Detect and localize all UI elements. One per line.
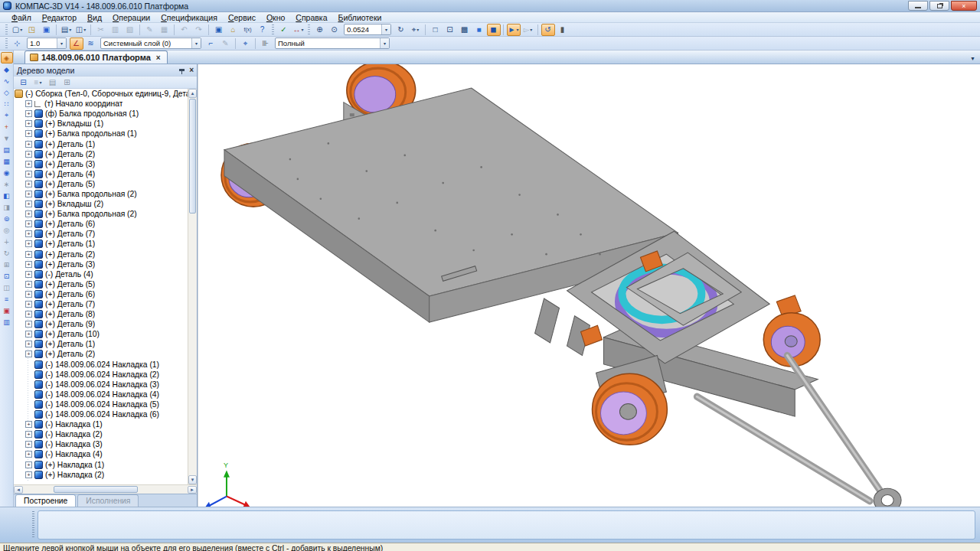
tree-item[interactable]: +(+) Деталь (8) [14, 309, 188, 319]
specification-panel-button[interactable]: ▤ [1, 144, 13, 155]
expander-icon[interactable]: + [25, 251, 32, 258]
surfaces-button[interactable]: ◇ [1, 86, 13, 98]
tree-item[interactable]: +(+) Вкладыш (1) [14, 119, 188, 129]
rotate-view-button[interactable]: ↻ [394, 24, 408, 36]
expander-icon[interactable]: + [25, 421, 32, 428]
menu-item-specification[interactable]: Спецификация [155, 13, 223, 22]
chevron-down-icon[interactable]: ▾ [57, 38, 66, 48]
tree-item[interactable]: +(+) Деталь (4) [14, 169, 188, 179]
new-document-button[interactable]: ▢▾ [11, 24, 24, 36]
hide-show-panel-button[interactable]: ◫ [1, 282, 13, 293]
tree-item[interactable]: +(+) Деталь (2) [14, 249, 188, 259]
expander-icon[interactable]: + [25, 321, 32, 328]
macro-panel-button[interactable]: ▣ [1, 305, 13, 316]
tree-item[interactable]: +(-) Накладка (2) [14, 429, 188, 439]
model-viewport[interactable]: Y X Z [198, 64, 980, 507]
tree-item[interactable]: +(-) Деталь (4) [14, 269, 188, 279]
edit-component-button[interactable]: ◈ [1, 52, 13, 64]
measurements-3d-button[interactable]: + [1, 121, 13, 132]
context-help-button[interactable]: ? [256, 24, 270, 36]
toolbar-grip[interactable] [308, 24, 310, 34]
expander-icon[interactable]: + [25, 431, 32, 438]
tree-item[interactable]: +(+) Вкладыш (2) [14, 199, 188, 209]
tab-list-dropdown-icon[interactable]: ▼ [970, 56, 975, 61]
expander-icon[interactable]: + [25, 461, 32, 468]
scale-combo[interactable]: 1.0▾ [27, 37, 67, 49]
menu-item-view[interactable]: Вид [82, 13, 107, 22]
conditional-marks-button[interactable]: ◉ [1, 167, 13, 178]
properties-panel-button[interactable]: ≡ [1, 293, 13, 305]
arrays-button[interactable]: ∷ [1, 98, 13, 109]
variables-fx-button[interactable]: f(x) [241, 24, 255, 36]
tree-item[interactable]: +(+) Деталь (2) [14, 149, 188, 159]
chevron-down-icon[interactable]: ▾ [191, 38, 201, 48]
chevron-down-icon[interactable]: ▾ [381, 24, 390, 34]
tree-vertical-scrollbar[interactable]: ▲ ▼ [188, 89, 197, 484]
minimize-button[interactable] [908, 1, 928, 11]
tree-composition-button[interactable]: ▤ [46, 77, 60, 89]
tab-close-icon[interactable]: × [156, 54, 161, 62]
tree-item[interactable]: +(+) Балка продольная (1) [14, 129, 188, 139]
menu-item-editor[interactable]: Редактор [37, 13, 82, 22]
menu-item-window[interactable]: Окно [261, 13, 290, 22]
spatial-curves-button[interactable]: ∿ [1, 75, 13, 86]
tree-item[interactable]: +(+) Накладка (2) [14, 470, 188, 480]
snap-settings-button[interactable]: ⌖ [239, 37, 253, 50]
library-manager-button[interactable]: ⌂ [227, 24, 240, 36]
tree-item[interactable]: (-) 148.009.06.024 Накладка (3) [14, 380, 188, 390]
expander-icon[interactable]: + [25, 291, 32, 298]
chevron-down-icon[interactable]: ▾ [380, 38, 389, 48]
expander-icon[interactable]: + [25, 341, 32, 347]
tree-item[interactable]: +(т) Начало координат [14, 99, 188, 109]
tree-item[interactable]: (-) 148.009.06.024 Накладка (2) [14, 370, 188, 380]
load-type-combo[interactable]: Полный▾ [275, 37, 390, 49]
reports-button[interactable]: ▦ [1, 155, 13, 167]
expander-icon[interactable]: + [25, 201, 32, 207]
tab-configurations[interactable]: Исполнения [77, 494, 139, 507]
tree-item[interactable]: +(+) Деталь (6) [14, 219, 188, 229]
scroll-down-icon[interactable]: ▼ [188, 475, 197, 484]
tree-relations-button[interactable]: ⊞ [60, 77, 74, 89]
expander-icon[interactable]: + [25, 120, 32, 127]
expander-icon[interactable]: + [25, 311, 32, 318]
sheet-metal-button[interactable]: ◧ [1, 190, 13, 201]
tree-item[interactable]: +(ф) Балка продольная (1) [14, 109, 188, 119]
model-3d-view[interactable]: Y X Z [198, 64, 980, 507]
menu-item-operations[interactable]: Операции [107, 13, 155, 22]
panel-close-icon[interactable]: × [189, 66, 194, 74]
apps-panel-button[interactable]: ▥ [1, 316, 13, 328]
expander-icon[interactable]: + [25, 210, 32, 217]
tab-construction[interactable]: Построение [15, 494, 76, 507]
forming-operations-button[interactable]: ◨ [1, 201, 13, 213]
tree-item[interactable]: +(-) Накладка (4) [14, 449, 188, 459]
expander-icon[interactable]: + [25, 130, 32, 137]
tree-item[interactable]: +(+) Деталь (10) [14, 329, 188, 339]
orientation-button[interactable]: ⌖▾ [409, 24, 423, 36]
expander-icon[interactable]: + [25, 441, 32, 448]
tree-item[interactable]: +(+) Деталь (1) [14, 239, 188, 249]
expander-icon[interactable]: + [25, 151, 32, 158]
tree-item[interactable]: +(+) Деталь (9) [14, 319, 188, 329]
expander-icon[interactable]: + [25, 230, 32, 237]
shafts-library-button[interactable]: ⊚ [1, 213, 13, 224]
expander-icon[interactable]: + [25, 331, 32, 337]
filters-button[interactable]: ▼ [1, 132, 13, 144]
tree-item[interactable]: +(+) Деталь (3) [14, 259, 188, 269]
placement-plane-button[interactable]: ⌐ [204, 37, 218, 50]
layer-combo[interactable]: Системный слой (0)▾ [100, 37, 201, 49]
zoom-tool-button[interactable]: ◎ [1, 224, 13, 236]
tree-item[interactable]: +(+) Деталь (1) [14, 139, 188, 148]
pin-icon[interactable] [179, 69, 185, 71]
expander-icon[interactable]: + [25, 141, 32, 148]
toolbar-grip[interactable] [5, 24, 8, 34]
expander-icon[interactable]: + [25, 471, 32, 478]
model-rebuild-button[interactable]: ⊪ [259, 37, 273, 50]
variables-manager-button[interactable]: ▣ [212, 24, 226, 36]
pan-tool-button[interactable]: ∔ [1, 236, 13, 247]
simplified-display-button[interactable]: ►▾ [507, 24, 521, 36]
expander-icon[interactable]: + [25, 220, 32, 227]
tree-item[interactable]: +(+) Деталь (5) [14, 279, 188, 289]
tree-view-mode-button[interactable]: ⊟ [17, 77, 31, 89]
zoom-area-button[interactable]: ⊕ [313, 24, 327, 36]
expander-icon[interactable]: + [25, 301, 32, 308]
